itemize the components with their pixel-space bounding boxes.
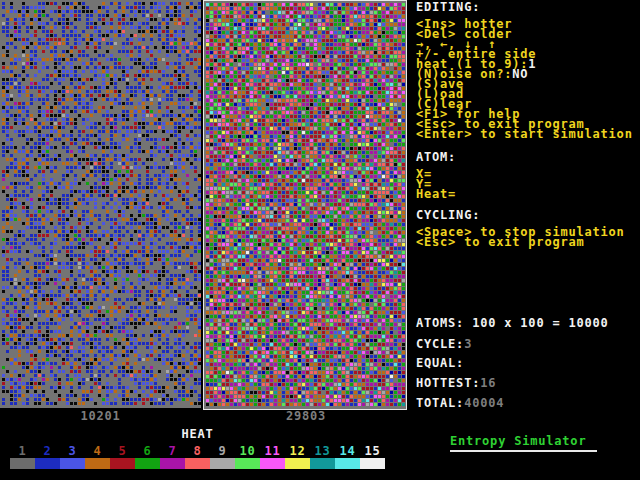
heat-level-number: 11 [260, 446, 285, 458]
stat-cycle-label: CYCLE: [416, 337, 464, 351]
heat-color-swatch [135, 458, 160, 469]
heat-level-number: 9 [210, 446, 235, 458]
heat-level-number: 15 [360, 446, 385, 458]
atom-section: ATOM: X= Y= Heat= [416, 152, 456, 199]
heat-legend-item-15: 15 [360, 446, 385, 469]
heat-legend-item-7: 7 [160, 446, 185, 469]
stat-hottest-label: HOTTEST: [416, 376, 480, 390]
heat-level-number: 3 [60, 446, 85, 458]
stat-equal-label: EQUAL: [416, 356, 464, 370]
heat-color-swatch [360, 458, 385, 469]
stat-atoms-value: 100 x 100 = 10000 [472, 316, 608, 330]
heat-level-number: 5 [110, 446, 135, 458]
heat-color-swatch [260, 458, 285, 469]
heat-legend-item-12: 12 [285, 446, 310, 469]
heat-color-swatch [210, 458, 235, 469]
heat-color-swatch [60, 458, 85, 469]
stat-cycle: CYCLE:3 [416, 339, 472, 349]
right-side-heat-total: 29803 [204, 411, 408, 421]
heat-legend-item-8: 8 [185, 446, 210, 469]
editing-section: EDITING: <Ins> hotter <Del> colder →, ←,… [416, 2, 633, 139]
heat-legend-title: HEAT [10, 429, 385, 439]
entropy-simulator-screen: 10201 29803 HEAT 123456789101112131415 E… [0, 0, 640, 480]
heat-color-swatch [160, 458, 185, 469]
heat-color-swatch [285, 458, 310, 469]
stat-hottest-value: 16 [480, 376, 496, 390]
heat-level-number: 6 [135, 446, 160, 458]
heat-legend-item-10: 10 [235, 446, 260, 469]
heat-color-swatch [110, 458, 135, 469]
heat-legend-item-3: 3 [60, 446, 85, 469]
heat-level-number: 8 [185, 446, 210, 458]
heat-legend-item-2: 2 [35, 446, 60, 469]
heat-level-number: 2 [35, 446, 60, 458]
cold-side-atom-grid[interactable] [0, 0, 201, 408]
heat-level-number: 10 [235, 446, 260, 458]
heat-legend-item-1: 1 [10, 446, 35, 469]
stat-cycle-value: 3 [464, 337, 472, 351]
program-title: Entropy Simulator [450, 436, 597, 452]
heat-legend: 123456789101112131415 [10, 446, 385, 469]
heat-level-number: 1 [10, 446, 35, 458]
heat-level-number: 14 [335, 446, 360, 458]
heat-legend-item-13: 13 [310, 446, 335, 469]
heat-level-number: 7 [160, 446, 185, 458]
heat-legend-item-6: 6 [135, 446, 160, 469]
atom-heat-field: Heat= [416, 189, 456, 199]
heat-color-swatch [85, 458, 110, 469]
heat-color-swatch [335, 458, 360, 469]
stat-atoms: ATOMS: 100 x 100 = 10000 [416, 318, 609, 328]
heat-setting-value: 1 [528, 57, 536, 71]
editing-header: EDITING: [416, 2, 633, 12]
hot-side-atom-grid[interactable] [203, 0, 407, 410]
noise-setting-value: NO [512, 67, 528, 81]
stat-total-value: 40004 [464, 396, 504, 410]
editing-enter-start: <Enter> to start simulation [416, 129, 633, 139]
stat-hottest: HOTTEST:16 [416, 378, 496, 388]
stat-equal: EQUAL: [416, 358, 464, 368]
heat-legend-item-9: 9 [210, 446, 235, 469]
heat-level-number: 12 [285, 446, 310, 458]
stat-atoms-label: ATOMS: [416, 316, 472, 330]
cycling-header: CYCLING: [416, 210, 625, 220]
atom-header: ATOM: [416, 152, 456, 162]
heat-color-swatch [310, 458, 335, 469]
stat-total-label: TOTAL: [416, 396, 464, 410]
cycling-section: CYCLING: <Space> to stop simulation <Esc… [416, 210, 625, 247]
heat-color-swatch [10, 458, 35, 469]
left-side-heat-total: 10201 [0, 411, 201, 421]
heat-legend-item-11: 11 [260, 446, 285, 469]
heat-legend-item-5: 5 [110, 446, 135, 469]
heat-color-swatch [35, 458, 60, 469]
heat-color-swatch [185, 458, 210, 469]
heat-level-number: 13 [310, 446, 335, 458]
stat-total: TOTAL:40004 [416, 398, 504, 408]
heat-legend-item-14: 14 [335, 446, 360, 469]
heat-color-swatch [235, 458, 260, 469]
heat-legend-item-4: 4 [85, 446, 110, 469]
heat-level-number: 4 [85, 446, 110, 458]
